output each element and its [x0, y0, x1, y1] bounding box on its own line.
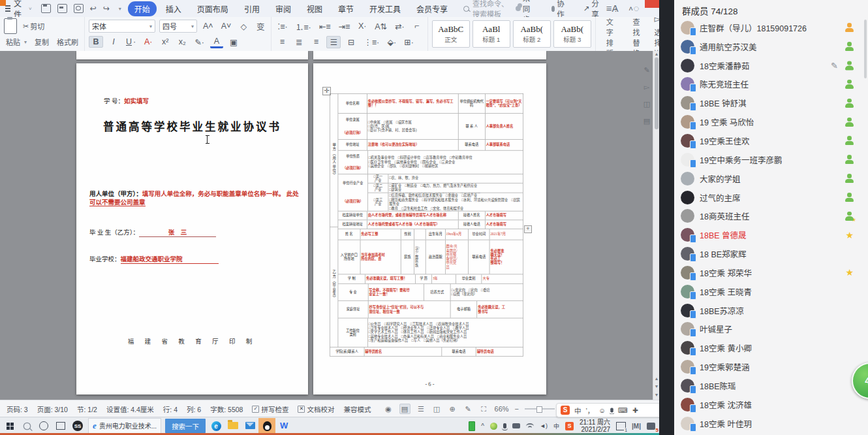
- member-row[interactable]: 18-空乘-陈靖颐: [674, 433, 868, 435]
- tab-引用[interactable]: 引用: [238, 1, 266, 16]
- page-view-icon[interactable]: ▤: [399, 404, 411, 414]
- borders-button[interactable]: ⊞·: [402, 37, 416, 48]
- tab-插入[interactable]: 插入: [159, 1, 188, 16]
- member-row[interactable]: 18BE 钟舒淇: [674, 93, 868, 112]
- member-row[interactable]: 19空乘王佳欢: [674, 131, 868, 150]
- member-row[interactable]: 18空乘 叶佳玥: [674, 414, 868, 433]
- member-row[interactable]: 过气的主席: [674, 188, 868, 207]
- vertical-scrollbar[interactable]: ▲ ▲ ▼ ▼: [653, 51, 659, 400]
- highlight-button[interactable]: ✎·: [193, 37, 206, 48]
- style-标题 1[interactable]: AaBl标题 1: [473, 20, 510, 48]
- paste-icon[interactable]: [4, 18, 17, 34]
- tab-审阅[interactable]: 审阅: [269, 1, 298, 16]
- table-insert-button[interactable]: +: [524, 225, 532, 233]
- member-row[interactable]: 18BE陈瑶: [674, 376, 868, 395]
- keyboard-icon[interactable]: ⌨: [618, 406, 628, 414]
- prev-page-icon[interactable]: ▲: [653, 376, 659, 381]
- zoom-out-icon[interactable]: −: [515, 405, 519, 413]
- tray-expand-icon[interactable]: ^: [481, 423, 484, 430]
- security-app-icon[interactable]: [490, 423, 497, 430]
- style-标题 3[interactable]: AaBb(标题 3: [553, 20, 591, 48]
- grow-font-button[interactable]: A˄: [201, 21, 215, 31]
- emoji-icon[interactable]: ☺: [598, 406, 606, 414]
- member-row[interactable]: 18空乘 郑荣华★: [674, 263, 868, 282]
- task-view-button[interactable]: [52, 418, 69, 434]
- member-row[interactable]: 大家的学姐: [674, 169, 868, 188]
- member-row[interactable]: 19空中乘务一班李彦鹏: [674, 150, 868, 169]
- voice-icon[interactable]: [610, 408, 613, 412]
- web-view-icon[interactable]: ⊕: [448, 404, 457, 413]
- clear-format-button[interactable]: ◇: [237, 21, 250, 32]
- sort-button[interactable]: A⇅: [373, 21, 389, 32]
- scroll-up-icon[interactable]: ▲: [653, 52, 659, 56]
- char-color-button[interactable]: A: [210, 36, 223, 48]
- format-painter-button[interactable]: 格式刷: [55, 36, 80, 48]
- member-row[interactable]: 18空乘 王晓青: [674, 282, 868, 301]
- next-page-icon[interactable]: ▼: [653, 384, 659, 389]
- member-scrollbar[interactable]: [864, 20, 867, 78]
- tab-会员专享[interactable]: 会员专享: [410, 1, 454, 16]
- zoom-level[interactable]: 66%: [495, 405, 509, 413]
- clock[interactable]: 21:11 周六 2021/2/27: [580, 419, 610, 433]
- bullets-button[interactable]: ⁚≡·: [275, 21, 289, 32]
- style-标题 2[interactable]: AaBb(标题 2: [513, 20, 551, 48]
- pointer-icon[interactable]: ▻: [642, 82, 651, 91]
- member-row[interactable]: 18空乘 黄小卿: [674, 338, 868, 357]
- save-icon[interactable]: [41, 4, 51, 13]
- zoom-slider[interactable]: [525, 408, 555, 410]
- underline-button[interactable]: U·: [124, 37, 138, 47]
- notification-icon[interactable]: 1: [616, 422, 626, 430]
- battery-icon[interactable]: [469, 421, 475, 431]
- member-row[interactable]: 19空乘郭楚涵: [674, 357, 868, 376]
- line-spacing-button[interactable]: ⋮≡·: [362, 37, 381, 48]
- ime-m-icon[interactable]: |M|: [632, 423, 641, 430]
- ime-mode-label[interactable]: 中: [574, 406, 581, 415]
- read-mode-icon[interactable]: ▤: [642, 116, 651, 125]
- mail-button[interactable]: [241, 417, 258, 434]
- sogou-input-bar[interactable]: S 中 ’， ☺ ⌨ ✚: [556, 403, 659, 417]
- subscript-button[interactable]: x₂: [176, 37, 189, 47]
- member-row[interactable]: 18 BE郑家辉: [674, 244, 868, 263]
- copy-button[interactable]: 复制: [33, 36, 51, 48]
- punctuation-icon[interactable]: ’，: [586, 406, 595, 415]
- distribute-button[interactable]: ⊟: [345, 37, 358, 48]
- member-row[interactable]: 18空乘潘静茹✎: [674, 56, 868, 75]
- outline-view-icon[interactable]: ☰: [416, 404, 426, 413]
- justify-button[interactable]: ☰: [326, 36, 341, 48]
- member-row[interactable]: 陈无竞班主任: [674, 75, 868, 94]
- fullscreen-icon[interactable]: ⛶: [479, 404, 489, 413]
- tab-视图[interactable]: 视图: [300, 1, 329, 16]
- spellcheck-status[interactable]: ✓ 拼写检查: [252, 404, 288, 414]
- paste-button[interactable]: 粘贴▾: [4, 36, 29, 48]
- pencil-icon[interactable]: ✎: [831, 61, 838, 71]
- explorer-button[interactable]: [225, 417, 241, 434]
- shrink-font-button[interactable]: A˅: [219, 21, 234, 31]
- sogou-tray-icon[interactable]: S: [565, 422, 574, 430]
- redo-icon[interactable]: ↪: [103, 4, 110, 13]
- close-button[interactable]: [645, 0, 659, 8]
- pinned-app-button[interactable]: SS: [69, 418, 86, 434]
- italic-button[interactable]: I: [107, 37, 120, 47]
- tab-开发工具[interactable]: 开发工具: [363, 1, 407, 16]
- member-row[interactable]: 庄智群（导儿）18159091726: [674, 18, 868, 37]
- scrollbar-thumb[interactable]: [655, 57, 659, 129]
- message-icon[interactable]: 5: [647, 423, 655, 430]
- member-row[interactable]: 18BE苏凉凉: [674, 301, 868, 320]
- member-row[interactable]: 通用航空苏汉美: [674, 37, 868, 56]
- wps-button[interactable]: W: [275, 417, 292, 434]
- phonetic-button[interactable]: 变: [254, 20, 267, 33]
- tab-开始[interactable]: 开始: [128, 1, 157, 16]
- tool-选择[interactable]: ▻选择 ˅: [647, 13, 659, 56]
- char-shading-button[interactable]: ▣: [227, 37, 240, 48]
- undo-icon[interactable]: ↩: [90, 4, 97, 13]
- asian-layout-button[interactable]: X·: [356, 21, 369, 31]
- volume-icon[interactable]: ◄): [540, 423, 548, 429]
- member-row[interactable]: 18商英班主任★: [674, 206, 868, 225]
- device-icon[interactable]: [512, 423, 520, 428]
- qq-button[interactable]: [258, 418, 275, 434]
- edit-view-icon[interactable]: ✎: [463, 404, 473, 413]
- sogou-logo-icon[interactable]: S: [561, 406, 570, 415]
- toolbox-icon[interactable]: ✚: [632, 406, 638, 414]
- align-center-button[interactable]: ≣: [292, 37, 305, 48]
- style-正文[interactable]: AaBbC正文: [432, 20, 470, 48]
